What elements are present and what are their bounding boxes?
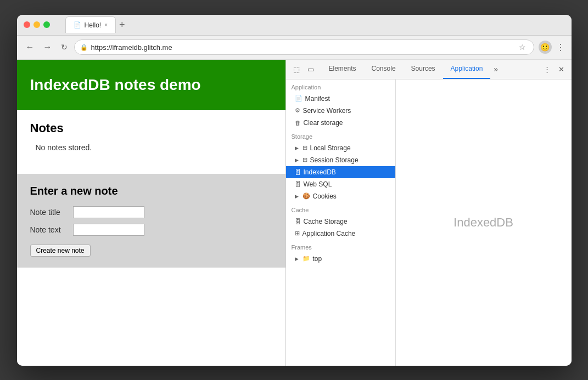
- tab-application[interactable]: Application: [443, 60, 491, 79]
- note-title-row: Note title: [30, 206, 272, 218]
- tab-elements[interactable]: Elements: [321, 60, 364, 79]
- cookies-arrow: ▶: [295, 194, 299, 199]
- inspect-element-button[interactable]: ⬚: [290, 63, 303, 76]
- cache-storage-icon: 🗄: [295, 218, 301, 225]
- browser-window: 📄 Hello! × + ← → ↻ 🔒 https://iframeidb.g…: [17, 15, 572, 366]
- local-storage-arrow: ▶: [295, 145, 299, 151]
- session-storage-label: Session Storage: [310, 156, 359, 164]
- minimize-button[interactable]: [33, 21, 40, 28]
- refresh-button[interactable]: ↻: [59, 41, 70, 54]
- section-cache-label: Cache: [286, 202, 395, 215]
- top-frame-arrow: ▶: [295, 256, 299, 262]
- web-sql-label: Web SQL: [304, 180, 332, 188]
- sidebar-item-session-storage[interactable]: ▶ ⊞ Session Storage: [286, 154, 395, 166]
- url-text: https://iframeidb.glitch.me: [91, 43, 172, 52]
- cookies-icon: 🍪: [303, 192, 310, 200]
- sidebar-item-indexed-db[interactable]: 🗄 IndexedDB: [286, 166, 395, 178]
- service-workers-icon: ⚙: [295, 107, 300, 114]
- cache-storage-label: Cache Storage: [304, 218, 348, 225]
- sidebar-item-manifest[interactable]: 📄 Manifest: [286, 93, 395, 105]
- lock-icon: 🔒: [80, 44, 88, 51]
- service-workers-label: Service Workers: [303, 107, 351, 115]
- tab-area: 📄 Hello! × +: [65, 16, 565, 33]
- devtools-sidebar: Application 📄 Manifest ⚙ Service Workers…: [286, 80, 396, 366]
- add-note-heading: Enter a new note: [30, 185, 272, 197]
- notes-heading: Notes: [30, 121, 272, 135]
- site-header: IndexedDB notes demo: [17, 60, 285, 110]
- manifest-label: Manifest: [305, 95, 330, 103]
- clear-storage-label: Clear storage: [304, 119, 343, 127]
- sidebar-item-top-frame[interactable]: ▶ 📁 top: [286, 253, 395, 265]
- tab-console[interactable]: Console: [364, 60, 404, 79]
- close-button[interactable]: [24, 21, 30, 28]
- app-cache-icon: ⊞: [295, 230, 300, 237]
- indexed-db-label: IndexedDB: [304, 168, 336, 176]
- section-frames-label: Frames: [286, 240, 395, 253]
- sidebar-item-web-sql[interactable]: 🗄 Web SQL: [286, 178, 395, 190]
- menu-button[interactable]: ⋮: [556, 42, 565, 53]
- sidebar-item-clear-storage[interactable]: 🗑 Clear storage: [286, 117, 395, 129]
- session-storage-icon: ⊞: [303, 156, 307, 163]
- local-storage-label: Local Storage: [310, 144, 351, 152]
- add-note-section: Enter a new note Note title Note text Cr…: [17, 174, 285, 268]
- tab-title: Hello!: [85, 21, 102, 29]
- section-application-label: Application: [286, 80, 395, 93]
- devtools-left-icons: ⬚ ▭: [286, 63, 321, 76]
- clear-storage-icon: 🗑: [295, 120, 301, 126]
- tab-sources[interactable]: Sources: [404, 60, 443, 79]
- sidebar-item-cache-storage[interactable]: 🗄 Cache Storage: [286, 215, 395, 228]
- bookmark-icon[interactable]: ☆: [519, 43, 526, 52]
- devtools-panel: ⬚ ▭ Elements Console Sources Application: [286, 60, 572, 366]
- note-text-input[interactable]: [73, 224, 144, 236]
- sidebar-item-local-storage[interactable]: ▶ ⊞ Local Storage: [286, 142, 395, 154]
- sidebar-item-service-workers[interactable]: ⚙ Service Workers: [286, 105, 395, 117]
- note-text-row: Note text: [30, 224, 272, 236]
- main-area: IndexedDB notes demo Notes No notes stor…: [17, 60, 572, 366]
- addressbar: ← → ↻ 🔒 https://iframeidb.glitch.me ☆ 🙂 …: [17, 36, 572, 60]
- session-storage-arrow: ▶: [295, 157, 299, 163]
- devtools-right-icons: ⋮ ✕: [536, 63, 572, 76]
- web-sql-icon: 🗄: [295, 181, 301, 188]
- back-button[interactable]: ←: [24, 41, 37, 54]
- devtools-close-button[interactable]: ✕: [556, 63, 567, 76]
- sidebar-item-cookies[interactable]: ▶ 🍪 Cookies: [286, 190, 395, 202]
- section-storage-label: Storage: [286, 129, 395, 142]
- local-storage-icon: ⊞: [303, 144, 307, 151]
- manifest-icon: 📄: [295, 95, 303, 102]
- profile-avatar[interactable]: 🙂: [539, 41, 552, 54]
- tab-favicon: 📄: [74, 21, 81, 29]
- create-note-button[interactable]: Create new note: [30, 245, 91, 257]
- note-text-label: Note text: [30, 225, 69, 234]
- forward-button[interactable]: →: [41, 41, 54, 54]
- note-title-input[interactable]: [73, 206, 144, 218]
- more-tabs-button[interactable]: »: [490, 65, 501, 73]
- devtools-tabs: Elements Console Sources Application »: [321, 60, 536, 79]
- devtools-main: Application 📄 Manifest ⚙ Service Workers…: [286, 80, 572, 366]
- tab-close-button[interactable]: ×: [104, 22, 108, 28]
- note-title-label: Note title: [30, 208, 69, 217]
- notes-section: Notes No notes stored.: [30, 121, 272, 152]
- devtools-options-button[interactable]: ⋮: [541, 63, 553, 76]
- device-toolbar-button[interactable]: ▭: [305, 63, 317, 76]
- devtools-content-area: IndexedDB: [396, 80, 572, 366]
- indexed-db-icon: 🗄: [295, 169, 301, 175]
- top-frame-label: top: [313, 255, 322, 263]
- new-tab-button[interactable]: +: [119, 20, 125, 30]
- browser-viewport: IndexedDB notes demo Notes No notes stor…: [17, 60, 286, 366]
- app-cache-label: Application Cache: [303, 230, 356, 237]
- devtools-toolbar: ⬚ ▭ Elements Console Sources Application: [286, 60, 572, 80]
- maximize-button[interactable]: [43, 21, 50, 28]
- titlebar: 📄 Hello! × +: [17, 15, 572, 36]
- devtools-content-label: IndexedDB: [453, 215, 513, 230]
- site-title: IndexedDB notes demo: [30, 76, 272, 94]
- cookies-label: Cookies: [313, 192, 337, 200]
- browser-tab[interactable]: 📄 Hello! ×: [65, 16, 116, 33]
- traffic-lights: [24, 21, 50, 28]
- no-notes-text: No notes stored.: [30, 143, 272, 152]
- url-bar[interactable]: 🔒 https://iframeidb.glitch.me ☆: [74, 39, 534, 55]
- top-frame-icon: 📁: [303, 255, 310, 262]
- site-content: Notes No notes stored.: [17, 110, 285, 174]
- sidebar-item-app-cache[interactable]: ⊞ Application Cache: [286, 228, 395, 240]
